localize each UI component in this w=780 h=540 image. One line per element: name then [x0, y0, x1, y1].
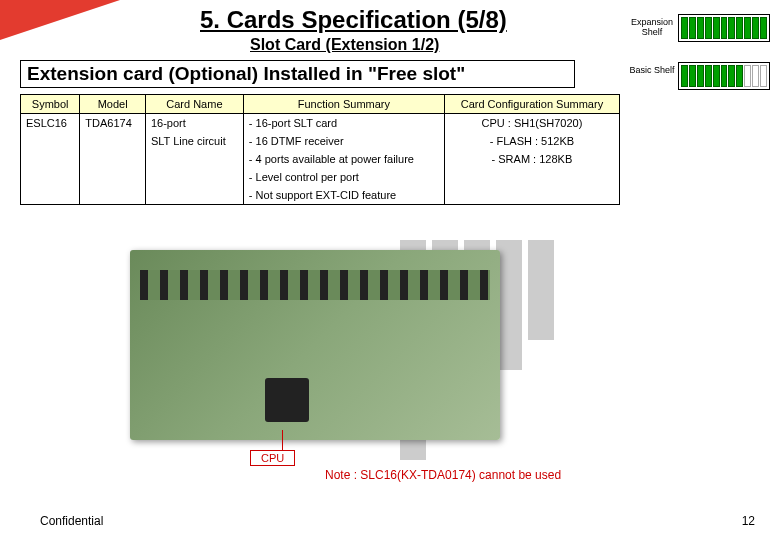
page-title: 5. Cards Specification (5/8) [200, 6, 507, 34]
basic-shelf-label: Basic Shelf [627, 66, 677, 76]
table-row: - Not support EXT-CID feature [21, 186, 620, 205]
table-row: - Level control per port [21, 168, 620, 186]
col-config: Card Configuration Summary [444, 95, 619, 114]
cell-func-4: - Level control per port [243, 168, 444, 186]
page-number: 12 [742, 514, 755, 528]
cell-cfg-3: - SRAM : 128KB [444, 150, 619, 168]
cell-func-5: - Not support EXT-CID feature [243, 186, 444, 205]
cell-func-3: - 4 ports available at power failure [243, 150, 444, 168]
cell-func-1: - 16-port SLT card [243, 114, 444, 133]
table-row: SLT Line circuit - 16 DTMF receiver - FL… [21, 132, 620, 150]
cell-cardname-2: SLT Line circuit [145, 132, 243, 150]
section-header: Extension card (Optional) Installed in "… [20, 60, 575, 88]
cell-symbol: ESLC16 [21, 114, 80, 133]
footer-confidential: Confidential [40, 514, 103, 528]
col-function: Function Summary [243, 95, 444, 114]
col-symbol: Symbol [21, 95, 80, 114]
cell-func-2: - 16 DTMF receiver [243, 132, 444, 150]
corner-decoration [0, 0, 120, 40]
table-row: - 4 ports available at power failure - S… [21, 150, 620, 168]
cell-model: TDA6174 [80, 114, 146, 133]
spec-table: Symbol Model Card Name Function Summary … [20, 94, 620, 205]
pcb-image [130, 250, 500, 450]
expansion-shelf-icon [678, 14, 770, 42]
basic-shelf-icon [678, 62, 770, 90]
cell-cfg-2: - FLASH : 512KB [444, 132, 619, 150]
expansion-shelf-label: Expansion Shelf [627, 18, 677, 38]
table-row: ESLC16 TDA6174 16-port - 16-port SLT car… [21, 114, 620, 133]
note-text: Note : SLC16(KX-TDA0174) cannot be used [325, 468, 561, 482]
col-model: Model [80, 95, 146, 114]
cpu-callout: CPU [250, 450, 295, 466]
cell-cfg-1: CPU : SH1(SH7020) [444, 114, 619, 133]
col-cardname: Card Name [145, 95, 243, 114]
cell-cardname-1: 16-port [145, 114, 243, 133]
page-subtitle: Slot Card (Extension 1/2) [250, 36, 439, 54]
table-header-row: Symbol Model Card Name Function Summary … [21, 95, 620, 114]
cpu-callout-line [282, 430, 283, 450]
